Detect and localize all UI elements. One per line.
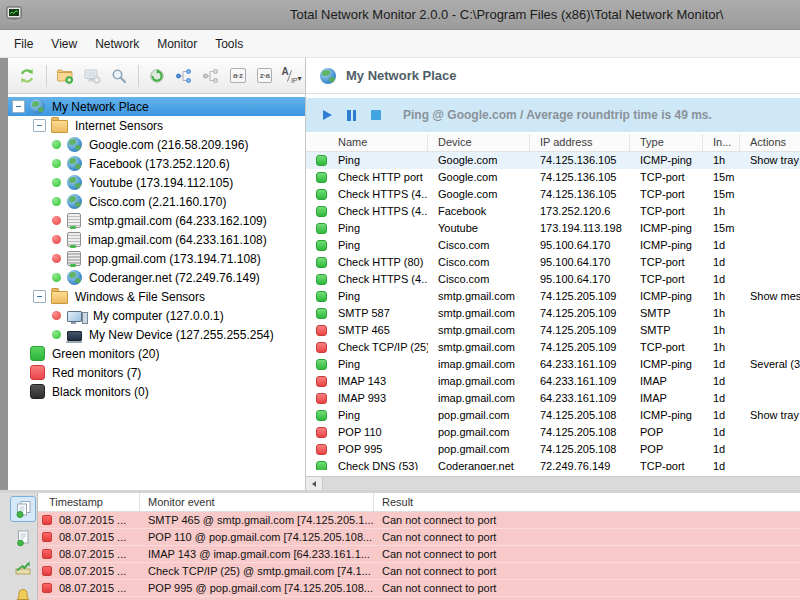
monitor-name: POP 110 <box>338 426 382 438</box>
monitor-row[interactable]: Ping Youtube 173.194.113.198 ICMP-ping 1… <box>306 220 800 237</box>
start-monitor-icon[interactable] <box>323 110 332 120</box>
column-actions[interactable]: Actions <box>740 134 800 151</box>
column-ip-address[interactable]: IP address <box>530 134 630 151</box>
menu-view[interactable]: View <box>42 31 86 57</box>
monitor-row[interactable]: IMAP 143 imap.gmail.com 64.233.161.109 I… <box>306 373 800 390</box>
sort-az-button[interactable]: a·z <box>225 63 250 89</box>
scroll-left-button[interactable] <box>306 477 323 490</box>
activate-monitor-button[interactable] <box>145 63 170 89</box>
monitor-device: Cisco.com <box>428 271 530 288</box>
column-name[interactable]: Name <box>306 134 428 151</box>
monitor-row[interactable]: Check HTTPS (4... Cisco.com 95.100.64.17… <box>306 271 800 288</box>
monitor-row[interactable]: Check TCP/IP (25) smtp.gmail.com 74.125.… <box>306 339 800 356</box>
tree-item[interactable]: Internet Sensors <box>8 116 305 135</box>
tree-item[interactable]: Windows & File Sensors <box>8 287 305 306</box>
tree-item[interactable]: Youtube (173.194.112.105) <box>8 173 305 192</box>
status-dot-icon <box>52 254 61 263</box>
tree-item[interactable]: pop.gmail.com (173.194.71.108) <box>8 249 305 268</box>
monitor-status-icon <box>316 427 327 438</box>
tree-item[interactable]: Black monitors (0) <box>8 382 305 401</box>
log-status-icon <box>42 532 52 542</box>
menu-network[interactable]: Network <box>86 31 148 57</box>
monitor-row[interactable]: IMAP 993 imap.gmail.com 64.233.161.109 I… <box>306 390 800 407</box>
statistics-button[interactable] <box>10 554 36 580</box>
monitor-row[interactable]: POP 995 pop.gmail.com 74.125.205.108 POP… <box>306 441 800 458</box>
sort-mode-button[interactable]: A IP <box>279 63 304 89</box>
statistics-icon <box>14 558 32 576</box>
column-device[interactable]: Device <box>428 134 530 151</box>
sort-za-button[interactable]: z·a <box>252 63 277 89</box>
log-row[interactable]: 08.07.2015 ... Check TCP/IP (25) @ smtp.… <box>38 563 800 580</box>
monitor-name: Ping <box>338 222 360 234</box>
monitor-row[interactable]: Check DNS (53) Coderanger.net 72.249.76.… <box>306 458 800 470</box>
menu-file[interactable]: File <box>5 31 42 57</box>
horizontal-scrollbar[interactable] <box>306 476 800 490</box>
network-map-blue-button[interactable] <box>171 63 196 89</box>
column-monitor-event[interactable]: Monitor event <box>140 493 374 511</box>
monitor-row[interactable]: Ping Cisco.com 95.100.64.170 ICMP-ping 1… <box>306 237 800 254</box>
log-row[interactable]: 08.07.2015 ... SMTP 465 @ smtp.gmail.com… <box>38 512 800 529</box>
refresh-button[interactable] <box>15 63 40 89</box>
monitor-row[interactable]: Ping imap.gmail.com 64.233.161.109 ICMP-… <box>306 356 800 373</box>
monitor-device: smtp.gmail.com <box>428 288 530 305</box>
network-map-gray-button[interactable] <box>198 63 223 89</box>
tree-item[interactable]: imap.gmail.com (64.233.161.108) <box>8 230 305 249</box>
monitor-row[interactable]: Check HTTPS (4... Google.com 74.125.136.… <box>306 186 800 203</box>
tree-item[interactable]: Red monitors (7) <box>8 363 305 382</box>
monitor-row[interactable]: SMTP 587 smtp.gmail.com 74.125.205.109 S… <box>306 305 800 322</box>
monitor-interval: 15m <box>703 220 740 237</box>
menu-monitor[interactable]: Monitor <box>148 31 206 57</box>
monitor-row[interactable]: Check HTTP port Google.com 74.125.136.10… <box>306 169 800 186</box>
monitor-status-icon <box>316 308 327 319</box>
monitor-status-icon <box>316 223 327 234</box>
search-button[interactable] <box>107 63 132 89</box>
stop-monitor-icon[interactable] <box>371 110 381 120</box>
collapse-icon[interactable] <box>12 100 25 113</box>
tree-item[interactable]: My New Device (127.255.255.254) <box>8 325 305 344</box>
tree-item[interactable]: Coderanger.net (72.249.76.149) <box>8 268 305 287</box>
monitor-device: smtp.gmail.com <box>428 339 530 356</box>
log-toolbar <box>8 493 38 600</box>
monitor-row[interactable]: Ping Google.com 74.125.136.105 ICMP-ping… <box>306 152 800 169</box>
pause-monitor-icon[interactable] <box>347 110 356 121</box>
monitor-row[interactable]: POP 110 pop.gmail.com 74.125.205.108 POP… <box>306 424 800 441</box>
tree-item[interactable]: smtp.gmail.com (64.233.162.109) <box>8 211 305 230</box>
monitor-row[interactable]: Check HTTP (80) Cisco.com 95.100.64.170 … <box>306 254 800 271</box>
column-result[interactable]: Result <box>374 493 800 511</box>
app-icon[interactable] <box>5 5 25 25</box>
monitor-row[interactable]: Ping smtp.gmail.com 74.125.205.109 ICMP-… <box>306 288 800 305</box>
collapse-icon[interactable] <box>33 290 46 303</box>
monitor-status-text: Ping @ Google.com / Average roundtrip ti… <box>403 108 712 122</box>
tree-item[interactable]: Green monitors (20) <box>8 344 305 363</box>
titlebar[interactable]: Total Network Monitor 2.0.0 - C:\Program… <box>0 0 800 30</box>
tree-item-label: Black monitors (0) <box>52 385 149 399</box>
log-row[interactable]: 08.07.2015 ... IMAP 143 @ imap.gmail.com… <box>38 546 800 563</box>
tree-item[interactable]: Cisco.com (2.21.160.170) <box>8 192 305 211</box>
tree-item[interactable]: Google.com (216.58.209.196) <box>8 135 305 154</box>
alerts-button[interactable] <box>10 583 36 600</box>
tree-item-label: Google.com (216.58.209.196) <box>89 138 248 152</box>
tree-item[interactable]: My Network Place <box>8 97 305 116</box>
collapse-icon[interactable] <box>33 119 46 132</box>
add-device-button[interactable] <box>80 63 105 89</box>
add-folder-button[interactable] <box>53 63 78 89</box>
column-timestamp[interactable]: Timestamp <box>38 493 140 511</box>
column-interval[interactable]: In... <box>703 134 740 151</box>
column-type[interactable]: Type <box>630 134 703 151</box>
journal-button[interactable] <box>10 496 36 522</box>
log-result: Can not connect to port <box>374 546 800 562</box>
tree-item[interactable]: My computer (127.0.0.1) <box>8 306 305 325</box>
monitor-row[interactable]: SMTP 465 smtp.gmail.com 74.125.205.109 S… <box>306 322 800 339</box>
monitor-device: imap.gmail.com <box>428 356 530 373</box>
tree-item[interactable]: Facebook (173.252.120.6) <box>8 154 305 173</box>
monitor-interval: 1h <box>703 152 740 169</box>
monitor-row[interactable]: Ping pop.gmail.com 74.125.205.108 ICMP-p… <box>306 407 800 424</box>
log-button[interactable] <box>10 525 36 551</box>
monitor-status-icon <box>316 359 327 370</box>
menu-tools[interactable]: Tools <box>206 31 252 57</box>
monitor-row[interactable]: Check HTTPS (4... Facebook 173.252.120.6… <box>306 203 800 220</box>
log-row[interactable]: 08.07.2015 ... POP 995 @ pop.gmail.com [… <box>38 580 800 597</box>
monitor-ip: 95.100.64.170 <box>530 254 630 271</box>
search-icon <box>110 67 128 85</box>
log-row[interactable]: 08.07.2015 ... POP 110 @ pop.gmail.com [… <box>38 529 800 546</box>
